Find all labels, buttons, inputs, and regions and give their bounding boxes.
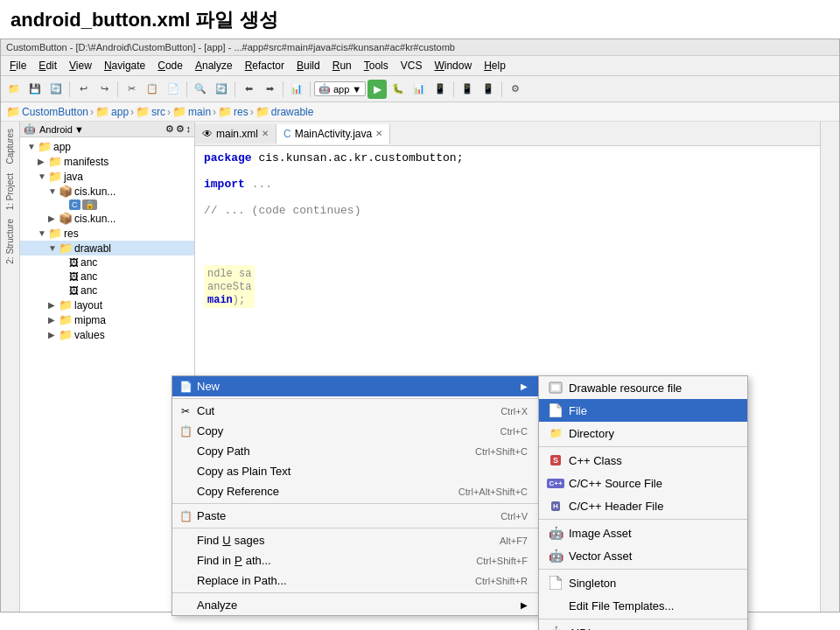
- ctx-copy[interactable]: 📋 Copy Ctrl+C: [172, 421, 538, 441]
- sub-image-asset[interactable]: 🤖 Image Asset: [539, 522, 747, 544]
- toolbar-cut-btn[interactable]: ✂: [122, 80, 141, 99]
- ctx-replace-path[interactable]: Replace in Path... Ctrl+Shift+R: [172, 570, 538, 591]
- toolbar-copy-btn[interactable]: 📋: [143, 80, 162, 99]
- sub-directory[interactable]: 📁 Directory: [539, 422, 747, 444]
- ctx-copy-plain[interactable]: Copy as Plain Text: [172, 461, 538, 481]
- tree-item-layout[interactable]: ▶ 📁 layout: [20, 298, 194, 312]
- tab-mainxml-close[interactable]: ✕: [262, 129, 269, 138]
- breadcrumb-drawable[interactable]: 📁 drawable: [256, 105, 314, 118]
- tree-item-ciskun1[interactable]: ▼ 📦 cis.kun...: [20, 184, 194, 199]
- project-panel: 🤖 Android ▼ ⚙ ⚙ ↕ ▼ 📁 app: [20, 122, 195, 612]
- toolbar-vcs-btn[interactable]: 📊: [287, 80, 306, 99]
- ctx-paste[interactable]: 📋 Paste Ctrl+V: [172, 506, 538, 526]
- ctx-cut[interactable]: ✂ Cut Ctrl+X: [172, 401, 538, 421]
- menu-refactor[interactable]: Refactor: [240, 58, 290, 74]
- folder-icon4: 📁: [172, 105, 186, 118]
- tree-item-values[interactable]: ▶ 📁 values: [20, 327, 194, 342]
- tree-item-anc2[interactable]: 🖼 anc: [20, 270, 194, 284]
- ctx-find-usages-label: Find Usages: [197, 534, 264, 547]
- tree-item-app[interactable]: ▼ 📁 app: [20, 139, 194, 154]
- toolbar-paste-btn[interactable]: 📄: [164, 80, 183, 99]
- toolbar-nav-back-btn[interactable]: ⬅: [239, 80, 258, 99]
- tree-item-anc1[interactable]: 🖼 anc: [20, 256, 194, 270]
- sub-aidl[interactable]: 🤖 AIDL ▶: [539, 621, 747, 630]
- breadcrumb-app[interactable]: 📁 app: [95, 105, 129, 118]
- ctx-copy-ref[interactable]: Copy Reference Ctrl+Alt+Shift+C: [172, 481, 538, 501]
- toolbar-redo-btn[interactable]: ↪: [94, 80, 114, 99]
- toolbar: 📁 💾 🔄 ↩ ↪ ✂ 📋 📄 🔍 🔄 ⬅ ➡ 📊 🤖 app ▼ ▶ 🐛 📊 …: [1, 76, 839, 102]
- tabs-bar: 👁 main.xml ✕ C MainActivity.java ✕: [195, 122, 820, 146]
- menu-run[interactable]: Run: [327, 58, 357, 74]
- tree-item-ciskun2[interactable]: ▶ 📦 cis.kun...: [20, 211, 194, 226]
- sub-singleton[interactable]: Singleton: [539, 571, 747, 594]
- menu-file[interactable]: File: [4, 58, 32, 74]
- sidebar-project[interactable]: 1: Project: [4, 170, 17, 214]
- settings-btn[interactable]: ⚙: [506, 80, 525, 99]
- tree-item-file1[interactable]: C 🔒: [20, 199, 194, 211]
- sub-edit-templates[interactable]: Edit File Templates...: [539, 594, 747, 617]
- toolbar-undo-btn[interactable]: ↩: [74, 80, 93, 99]
- sub-file[interactable]: File: [539, 399, 747, 422]
- toolbar-folder-btn[interactable]: 📁: [4, 80, 24, 99]
- toolbar-sync-btn[interactable]: 🔄: [46, 80, 66, 99]
- ctx-copy-path-shortcut: Ctrl+Shift+C: [475, 446, 528, 457]
- debug-btn[interactable]: 🐛: [388, 80, 408, 99]
- panel-gear-icon[interactable]: ⚙: [176, 123, 185, 135]
- sub-vector-asset[interactable]: 🤖 Vector Asset: [539, 544, 747, 567]
- menu-help[interactable]: Help: [479, 58, 511, 74]
- ctx-copy-ref-label: Copy Reference: [197, 485, 279, 498]
- app-selector[interactable]: 🤖 app ▼: [314, 81, 366, 96]
- sdk-manager-btn[interactable]: 📱: [458, 80, 477, 99]
- panel-dropdown[interactable]: Android ▼: [39, 124, 84, 135]
- sidebar-structure[interactable]: 2: Structure: [4, 215, 17, 268]
- toolbar-sep1: [69, 81, 70, 97]
- tree-item-java[interactable]: ▼ 📁 java: [20, 169, 194, 184]
- sub-cpp-header[interactable]: H C/C++ Header File: [539, 494, 747, 517]
- profile-btn[interactable]: 📱: [430, 80, 450, 99]
- tab-mainxml[interactable]: 👁 main.xml ✕: [195, 124, 276, 144]
- sub-cpp-class[interactable]: S C++ Class: [539, 449, 747, 472]
- toolbar-save-btn[interactable]: 💾: [25, 80, 45, 99]
- tree-item-manifests[interactable]: ▶ 📁 manifests: [20, 154, 194, 169]
- tree-item-drawable[interactable]: ▼ 📁 drawabl: [20, 241, 194, 256]
- menu-window[interactable]: Window: [429, 58, 477, 74]
- tree-item-res[interactable]: ▼ 📁 res: [20, 226, 194, 241]
- breadcrumb-sep4: ›: [213, 106, 216, 118]
- ctx-find-usages[interactable]: Find Usages Alt+F7: [172, 530, 538, 550]
- sub-cpp-header-label: C/C++ Header File: [569, 500, 663, 513]
- tree-item-anc3[interactable]: 🖼 anc: [20, 284, 194, 298]
- sub-drawable-resource[interactable]: Drawable resource file: [539, 376, 747, 399]
- menu-code[interactable]: Code: [152, 58, 188, 74]
- breadcrumb-src[interactable]: 📁 src: [136, 105, 165, 118]
- toolbar-search-btn[interactable]: 🔍: [191, 80, 210, 99]
- avd-manager-btn[interactable]: 📱: [479, 80, 498, 99]
- menu-view[interactable]: View: [64, 58, 97, 74]
- breadcrumb-custombutton[interactable]: 📁 CustomButton: [6, 105, 88, 118]
- menu-tools[interactable]: Tools: [359, 58, 394, 74]
- toolbar-nav-fwd-btn[interactable]: ➡: [260, 80, 279, 99]
- folder-icon5: 📁: [218, 105, 232, 118]
- tab-mainactivity-close[interactable]: ✕: [375, 129, 382, 138]
- menu-analyze[interactable]: Analyze: [190, 58, 238, 74]
- sidebar-captures[interactable]: Captures: [4, 125, 17, 168]
- menu-build[interactable]: Build: [291, 58, 326, 74]
- image-asset-icon: 🤖: [548, 525, 564, 541]
- sub-cpp-source[interactable]: C++ C/C++ Source File: [539, 472, 747, 494]
- menu-navigate[interactable]: Navigate: [99, 58, 150, 74]
- ctx-find-path[interactable]: Find in Path... Ctrl+Shift+F: [172, 550, 538, 570]
- toolbar-replace-btn[interactable]: 🔄: [212, 80, 231, 99]
- menu-edit[interactable]: Edit: [33, 58, 62, 74]
- ctx-analyze[interactable]: Analyze ▶: [172, 595, 538, 615]
- ciskun2-icon: 📦: [59, 212, 73, 225]
- menu-vcs[interactable]: VCS: [396, 58, 428, 74]
- panel-sort-icon[interactable]: ↕: [186, 123, 192, 135]
- tab-mainactivity[interactable]: C MainActivity.java ✕: [276, 124, 390, 144]
- run-button[interactable]: ▶: [368, 80, 387, 99]
- ctx-copy-path[interactable]: Copy Path Ctrl+Shift+C: [172, 441, 538, 461]
- coverage-btn[interactable]: 📊: [410, 80, 429, 99]
- panel-settings-icon[interactable]: ⚙: [165, 123, 174, 135]
- breadcrumb-main[interactable]: 📁 main: [172, 105, 211, 118]
- breadcrumb-res[interactable]: 📁 res: [218, 105, 248, 118]
- tree-item-mipmap[interactable]: ▶ 📁 mipma: [20, 312, 194, 327]
- ctx-new[interactable]: 📄 New ▶: [172, 376, 538, 396]
